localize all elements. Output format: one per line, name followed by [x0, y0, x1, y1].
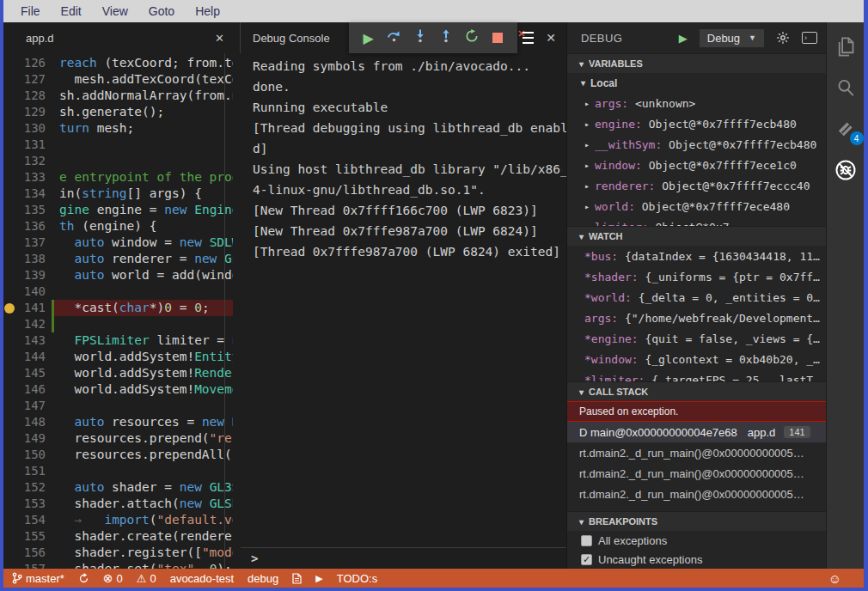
code-line[interactable]: 152 auto shader = new GL3Sha	[3, 479, 233, 496]
gutter[interactable]: 137	[3, 235, 52, 251]
variable-row[interactable]: ▸limiter: Object@*0x7…	[567, 216, 826, 226]
code-line[interactable]: 129sh.generate();	[3, 104, 233, 120]
code-line[interactable]: 130turn mesh;	[3, 120, 233, 137]
gutter[interactable]: 130	[3, 120, 52, 137]
code-text[interactable]: resources.prepend("res")	[54, 430, 233, 447]
code-line[interactable]: 156 shader.register(["modelv	[3, 545, 233, 561]
code-line[interactable]: 128sh.addNormalArray(from.nor	[3, 88, 233, 104]
scope-local[interactable]: ▾ Local	[567, 73, 826, 93]
gutter[interactable]: 141	[3, 300, 52, 316]
gutter[interactable]: 146	[3, 381, 52, 398]
code-text[interactable]	[54, 398, 233, 414]
code-text[interactable]: e entrypoint of the progra	[54, 169, 233, 186]
code-line[interactable]: 149 resources.prepend("res")	[3, 430, 233, 447]
breakpoint-slot[interactable]	[3, 303, 18, 314]
gutter[interactable]: 126	[3, 55, 52, 71]
step-into-button[interactable]	[407, 23, 433, 52]
gutter[interactable]: 129	[3, 104, 52, 120]
code-line[interactable]: 141 *cast(char*)0 = 0;	[3, 300, 233, 316]
code-line[interactable]: 148 auto resources = new Res	[3, 414, 233, 430]
variable-row[interactable]: ▸__withSym: Object@*0x7ffff7ecb480	[567, 134, 826, 155]
gutter[interactable]: 150	[3, 447, 52, 463]
expand-icon[interactable]: ▸	[584, 119, 595, 129]
code-text[interactable]: auto shader = new GL3Sha	[54, 479, 233, 496]
code-line[interactable]: 142	[3, 316, 233, 332]
gutter[interactable]: 152	[3, 479, 52, 496]
code-text[interactable]: → import("default.ver	[54, 512, 233, 528]
watch-row[interactable]: *shader: {_uniforms = {ptr = 0x7ff…	[567, 266, 826, 287]
gutter[interactable]: 143	[3, 332, 52, 349]
search-icon[interactable]	[834, 76, 858, 100]
files-icon[interactable]	[834, 34, 858, 58]
variable-row[interactable]: ▸engine: Object@*0x7ffff7ecb480	[567, 113, 826, 134]
sync-button[interactable]	[78, 573, 89, 584]
code-text[interactable]: sh.addNormalArray(from.nor	[54, 88, 233, 104]
variable-row[interactable]: ▸renderer: Object@*0x7ffff7eccc40	[567, 175, 826, 196]
code-text[interactable]: shader.register(["modelv	[54, 545, 233, 561]
code-line[interactable]: 140	[3, 283, 233, 300]
menu-item-edit[interactable]: Edit	[52, 3, 90, 20]
gutter[interactable]: 156	[3, 545, 52, 561]
breakpoint-dot[interactable]	[4, 303, 15, 314]
gutter[interactable]: 149	[3, 430, 52, 447]
variable-row[interactable]: ▸world: Object@*0x7ffff7ece480	[567, 196, 826, 216]
restart-button[interactable]	[459, 23, 485, 52]
code-text[interactable]	[54, 463, 233, 479]
code-text[interactable]: shader.set("tex", 0);	[54, 561, 233, 569]
expand-icon[interactable]: ▸	[584, 161, 595, 170]
gutter[interactable]: 142	[3, 316, 52, 332]
gear-icon[interactable]	[776, 31, 790, 45]
continue-button[interactable]: ▶	[356, 23, 382, 52]
code-line[interactable]: 144 world.addSystem!EntityOu	[3, 349, 233, 365]
breakpoint-row[interactable]: ✓Uncaught exceptions	[567, 550, 826, 569]
close-tab-icon[interactable]: ✕	[215, 32, 224, 45]
code-line[interactable]: 135gine engine = new Engine()	[3, 202, 233, 218]
code-line[interactable]: 154 → import("default.ver	[3, 512, 233, 528]
section-call-stack[interactable]: ▾ CALL STACK	[567, 381, 826, 401]
code-line[interactable]: 143 FPSLimiter limiter = new	[3, 332, 233, 349]
code-text[interactable]: resources.prependAll("pa	[54, 447, 233, 463]
gutter[interactable]: 133	[3, 169, 52, 186]
task-avocado-test[interactable]: avocado-test	[170, 572, 234, 585]
gutter[interactable]: 147	[3, 398, 52, 414]
code-line[interactable]: 151	[3, 463, 233, 479]
code-text[interactable]: shader.attach(new GLShad	[54, 496, 233, 512]
code-line[interactable]: 127 mesh.addTexCoord(texCoor	[3, 71, 233, 88]
watch-row[interactable]: *limiter: {_targetFPS = 25, _lastT	[567, 369, 826, 381]
gutter[interactable]: 151	[3, 463, 52, 479]
code-line[interactable]: 136th (engine) {	[3, 218, 233, 235]
expand-icon[interactable]: ▸	[584, 202, 595, 211]
todos-button[interactable]: TODO:s	[337, 572, 377, 585]
debug-console-input[interactable]: >	[241, 547, 566, 569]
code-text[interactable]	[54, 137, 233, 153]
code-line[interactable]: 147	[3, 398, 233, 414]
code-text[interactable]: world.addSystem!EntityOu	[54, 349, 233, 365]
breakpoint-row[interactable]: All exceptions	[567, 531, 826, 550]
call-stack-frame[interactable]: rt.dmain2._d_run_main()@0x00000000005…	[567, 484, 826, 504]
code-text[interactable]: th (engine) {	[54, 218, 233, 235]
checkbox[interactable]: ✓	[581, 554, 592, 565]
code-line[interactable]: 155 shader.create(renderer);	[3, 528, 233, 545]
gutter[interactable]: 155	[3, 528, 52, 545]
code-line[interactable]: 139 auto world = add(window,	[3, 267, 233, 283]
code-text[interactable]: world.addSystem!Renderer	[54, 365, 233, 381]
call-stack-frame[interactable]: rt.dmain2._d_run_main()@0x00000000005…	[567, 442, 826, 463]
run-task-button[interactable]: ▶	[315, 573, 322, 584]
code-line[interactable]: 137 auto window = new SDLWin	[3, 235, 233, 251]
output-button[interactable]	[292, 573, 302, 584]
menu-item-view[interactable]: View	[94, 3, 137, 20]
variable-row[interactable]: ▸window: Object@*0x7ffff7ece1c0	[567, 155, 826, 175]
step-over-button[interactable]	[382, 23, 407, 52]
code-text[interactable]: auto world = add(window,	[54, 267, 233, 283]
gutter[interactable]: 140	[3, 283, 52, 300]
error-count[interactable]: ⊗0	[103, 571, 123, 585]
code-text[interactable]: mesh.addTexCoord(texCoor	[54, 71, 233, 88]
code-line[interactable]: 150 resources.prependAll("pa	[3, 447, 233, 463]
variable-row[interactable]: ▸args: <unknown>	[567, 93, 826, 113]
gutter[interactable]: 148	[3, 414, 52, 430]
gutter[interactable]: 145	[3, 365, 52, 381]
checkbox[interactable]	[581, 535, 592, 546]
tab-app-d[interactable]: app.d ✕	[3, 22, 241, 53]
gutter[interactable]: 153	[3, 496, 52, 512]
code-line[interactable]: 145 world.addSystem!Renderer	[3, 365, 233, 381]
